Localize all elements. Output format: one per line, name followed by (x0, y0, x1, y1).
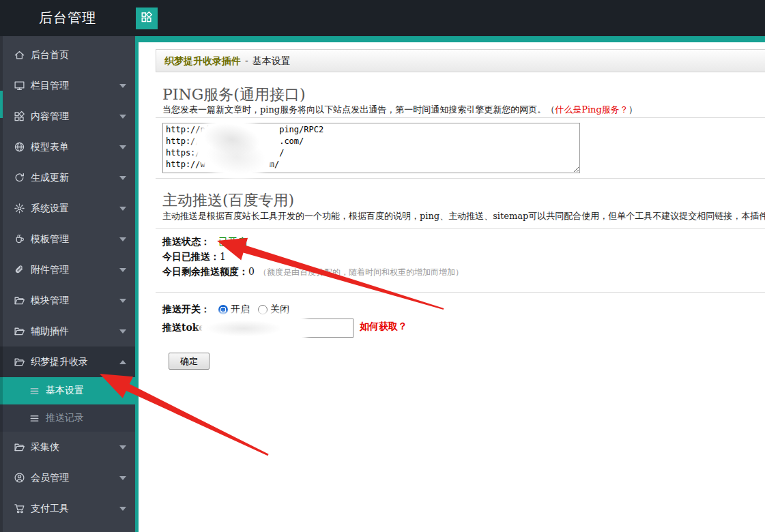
divider (156, 228, 765, 229)
breadcrumb-separator: - (245, 55, 248, 66)
ping-section-heading: PING服务(通用接口) (162, 85, 305, 105)
user-icon (14, 472, 25, 484)
sidebar-item-system-settings[interactable]: 系统设置 (0, 193, 135, 224)
folder-icon (14, 441, 25, 453)
quota-line: 今日剩余推送额度：0（额度是由百度分配的，随着时间和权重的增加而增加） (162, 266, 463, 278)
sidebar-item-attachment-manage[interactable]: 附件管理 (0, 254, 135, 285)
radio-off[interactable] (258, 305, 268, 314)
sidebar-item-label: 推送记录 (46, 412, 84, 424)
quota-label: 今日剩余推送额度： (162, 266, 248, 277)
radio-on-label[interactable]: 开启 (231, 304, 250, 316)
chevron-down-icon (119, 299, 126, 303)
push-section-heading: 主动推送(百度专用) (162, 190, 294, 211)
sidebar-item-zhimeng-boost-index[interactable]: 织梦提升收录 (0, 346, 135, 377)
push-switch-label: 推送开关： (162, 304, 210, 316)
folder-icon (14, 356, 25, 368)
radio-off-label[interactable]: 关闭 (270, 304, 289, 316)
sidebar-item-label: 附件管理 (31, 264, 69, 276)
push-status-label: 推送状态： (162, 236, 210, 247)
sidebar-item-label: 生成更新 (31, 172, 69, 184)
breadcrumb: 织梦提升收录插件-基本设置 (156, 49, 765, 72)
sidebar-item-label: 模型表单 (31, 141, 69, 153)
sidebar-item-label: 内容管理 (31, 110, 69, 123)
sidebar-menu: 后台首页栏目管理内容管理模型表单生成更新系统设置模板管理附件管理模块管理辅助插件… (0, 36, 135, 524)
cup-icon (14, 233, 25, 245)
chevron-down-icon (119, 268, 126, 272)
apps-grid-button[interactable] (136, 8, 158, 29)
content-top-accent (135, 36, 765, 42)
sidebar-item-auxiliary-plugins[interactable]: 辅助插件 (0, 316, 135, 346)
sidebar-item-member-manage[interactable]: 会员管理 (0, 462, 135, 493)
list-icon (29, 413, 40, 424)
divider (156, 178, 765, 179)
push-switch-row: 推送开关： 开启 关闭 (162, 302, 289, 317)
folder-icon (14, 325, 25, 337)
sidebar-item-push-records[interactable]: 推送记录 (0, 404, 135, 432)
sidebar-item-label: 模块管理 (31, 295, 69, 307)
sidebar-item-module-manage[interactable]: 模块管理 (0, 285, 135, 316)
topbar: 后台管理 (0, 0, 765, 36)
divider (156, 117, 765, 118)
globe-icon (14, 141, 25, 153)
what-is-ping-link[interactable]: 什么是Ping服务？ (555, 104, 629, 115)
sidebar-item-label: 基本设置 (46, 385, 84, 397)
sidebar-item-label: 栏目管理 (31, 80, 69, 92)
sidebar: 后台首页栏目管理内容管理模型表单生成更新系统设置模板管理附件管理模块管理辅助插件… (0, 36, 135, 532)
sidebar-item-payment-tools[interactable]: 支付工具 (0, 493, 135, 524)
radio-on[interactable] (218, 305, 228, 314)
quota-value: 0 (248, 266, 255, 277)
chevron-up-icon (119, 360, 126, 364)
sidebar-item-label: 辅助插件 (31, 325, 69, 338)
apps-grid-icon (141, 11, 153, 26)
cart-icon (14, 503, 25, 514)
ping-section-description: 当您发表一篇新文章时，ping服务将向以下站点发出通告，第一时间通知搜索引擎更新… (162, 104, 637, 116)
sidebar-item-label: 支付工具 (31, 503, 69, 515)
refresh-icon (14, 172, 25, 183)
confirm-button[interactable]: 确定 (169, 353, 210, 370)
chevron-down-icon (119, 115, 126, 119)
how-to-get-token-link[interactable]: 如何获取？ (360, 321, 407, 333)
push-status-line: 推送状态：已开启 (162, 236, 247, 248)
grid-icon (14, 110, 25, 122)
chevron-down-icon (119, 445, 126, 449)
chevron-down-icon (119, 176, 126, 180)
sidebar-item-model-form[interactable]: 模型表单 (0, 132, 135, 162)
sidebar-scrollbar-thumb[interactable] (0, 91, 3, 118)
ping-desc-close: ） (629, 104, 637, 115)
chevron-down-icon (119, 237, 126, 241)
chevron-down-icon (119, 207, 126, 211)
home-icon (14, 49, 25, 61)
chevron-down-icon (119, 329, 126, 334)
sidebar-item-backend-home[interactable]: 后台首页 (0, 40, 135, 70)
sidebar-item-label: 采集侠 (31, 441, 59, 454)
sidebar-item-label: 模板管理 (31, 233, 69, 246)
list-icon (29, 385, 40, 397)
sidebar-item-label: 织梦提升收录 (31, 356, 88, 368)
sidebar-item-generate-update[interactable]: 生成更新 (0, 162, 135, 193)
sidebar-item-basic-settings[interactable]: 基本设置 (0, 377, 135, 404)
sidebar-item-column-manage[interactable]: 栏目管理 (0, 70, 135, 101)
sidebar-item-label: 会员管理 (31, 472, 69, 484)
gear-icon (14, 203, 25, 214)
sidebar-accent-divider (135, 36, 139, 532)
pushed-today-label: 今日已推送： (162, 251, 220, 262)
sidebar-item-template-manage[interactable]: 模板管理 (0, 224, 135, 254)
push-status-value: 已开启 (218, 236, 247, 247)
sidebar-item-content-manage[interactable]: 内容管理 (0, 101, 135, 132)
chevron-down-icon (119, 476, 126, 480)
chevron-down-icon (119, 84, 126, 88)
breadcrumb-page-name: 基本设置 (252, 55, 291, 66)
breadcrumb-plugin-name: 织梦提升收录插件 (164, 55, 241, 66)
app-title: 后台管理 (39, 0, 96, 36)
sidebar-item-label: 后台首页 (31, 49, 69, 61)
sidebar-item-caijixia[interactable]: 采集侠 (0, 432, 135, 462)
sidebar-item-label: 系统设置 (31, 203, 69, 215)
divider (156, 292, 765, 293)
censor-blob (202, 316, 306, 341)
chevron-down-icon (119, 507, 126, 511)
push-section-description: 主动推送是根据百度站长工具开发的一个功能，根据百度的说明，ping、主动推送、s… (162, 210, 765, 222)
monitor-icon (14, 80, 25, 91)
chevron-down-icon (119, 145, 126, 149)
ping-desc-text: 当您发表一篇新文章时，ping服务将向以下站点发出通告，第一时间通知搜索引擎更新… (162, 104, 555, 115)
folder-icon (14, 295, 25, 306)
